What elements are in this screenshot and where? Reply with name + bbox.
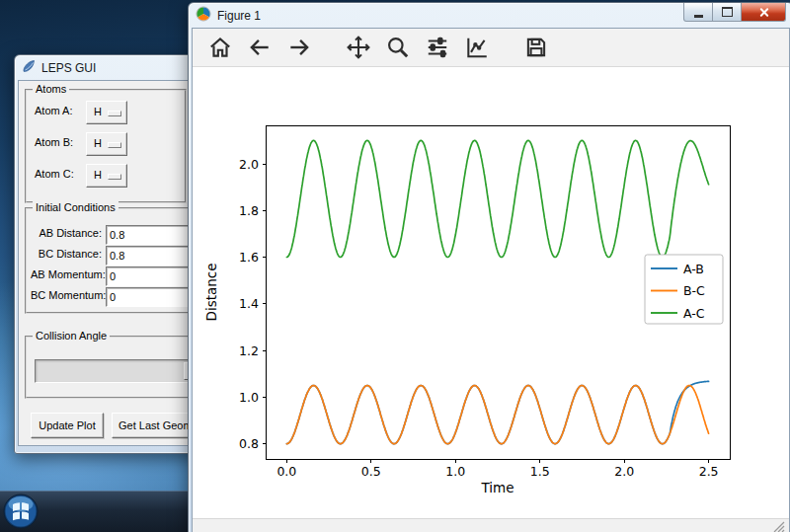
figure-window: Figure 1 (188, 2, 790, 532)
home-icon (207, 35, 233, 60)
menu-indicator-icon (108, 174, 121, 180)
legend-label-A-C: A-C (683, 306, 705, 321)
atom-c-label: Atom C: (35, 168, 74, 180)
desktop: LEPS GUI Atoms Atom A: H Atom B: H Atom … (0, 0, 790, 532)
back-arrow-icon (247, 35, 273, 60)
pan-button[interactable] (339, 32, 378, 63)
bc-distance-label: BC Distance: (31, 248, 102, 260)
zoom-icon (385, 35, 411, 60)
resize-grip-icon[interactable] (772, 520, 786, 532)
start-button[interactable] (2, 493, 40, 532)
forward-button[interactable] (279, 32, 319, 63)
bc-momentum-label: BC Momentum: (31, 289, 102, 301)
x-tick-label: 0.5 (361, 464, 381, 479)
legend-label-A-B: A-B (683, 262, 704, 276)
y-tick-label: 1.6 (239, 250, 259, 265)
y-tick-label: 1.8 (239, 203, 259, 218)
back-button[interactable] (240, 32, 279, 63)
zoom-button[interactable] (378, 32, 418, 63)
y-axis-label: Distance (203, 263, 219, 321)
x-tick-label: 2.0 (614, 464, 634, 479)
ab-momentum-label: AB Momentum: (31, 268, 102, 280)
save-floppy-icon (523, 35, 549, 60)
leps-window-title: LEPS GUI (41, 61, 96, 75)
plot-svg: 0.00.51.01.52.02.50.81.01.21.41.61.82.0T… (193, 67, 784, 518)
atoms-frame: Atoms Atom A: H Atom B: H Atom C: H (25, 89, 187, 203)
close-button[interactable] (741, 3, 786, 22)
windows-start-icon (2, 493, 40, 530)
sliders-icon (425, 35, 450, 60)
atom-c-value: H (94, 169, 102, 181)
tk-feather-icon (22, 59, 36, 76)
collision-angle-label: Collision Angle (33, 330, 110, 342)
y-tick-label: 2.0 (239, 157, 259, 172)
figure-canvas[interactable]: 0.00.51.01.52.02.50.81.01.21.41.61.82.0T… (193, 67, 789, 518)
x-axis-label: Time (480, 480, 514, 495)
edit-parameters-button[interactable] (457, 32, 497, 63)
y-tick-label: 0.8 (239, 436, 259, 451)
line-chart-icon (464, 35, 490, 60)
close-icon (758, 7, 769, 18)
x-tick-label: 1.5 (530, 464, 550, 479)
maximize-icon (722, 7, 733, 17)
menu-indicator-icon (108, 142, 121, 148)
figure-statusbar (193, 518, 789, 532)
initial-conditions-label: Initial Conditions (33, 201, 118, 213)
y-tick-label: 1.2 (239, 343, 259, 358)
plot-line-A-B (286, 381, 708, 443)
home-button[interactable] (200, 32, 240, 63)
figure-titlebar[interactable]: Figure 1 (192, 3, 790, 28)
save-button[interactable] (516, 32, 556, 63)
atom-a-label: Atom A: (35, 105, 73, 116)
atom-c-menubutton[interactable]: H (86, 164, 127, 188)
figure-window-body: 0.00.51.01.52.02.50.81.01.21.41.61.82.0T… (192, 28, 790, 532)
minimize-button[interactable] (683, 3, 713, 22)
legend-label-B-C: B-C (683, 283, 705, 298)
ab-distance-label: AB Distance: (31, 227, 102, 239)
update-plot-button[interactable]: Update Plot (31, 413, 104, 438)
plot-line-A-C (286, 140, 708, 257)
configure-subplots-button[interactable] (418, 32, 457, 63)
pan-icon (346, 35, 371, 60)
x-tick-label: 0.0 (276, 464, 296, 479)
y-tick-label: 1.4 (239, 296, 259, 311)
atom-b-label: Atom B: (35, 136, 73, 148)
plot-line-B-C (286, 386, 708, 444)
atom-b-menubutton[interactable]: H (86, 132, 127, 156)
maximize-button[interactable] (712, 3, 742, 22)
minimize-icon (694, 15, 703, 18)
y-tick-label: 1.0 (239, 390, 259, 405)
menu-indicator-icon (108, 111, 121, 116)
x-tick-label: 2.5 (699, 464, 719, 479)
forward-arrow-icon (286, 35, 312, 60)
matplotlib-icon (196, 6, 211, 25)
atom-b-value: H (94, 137, 102, 149)
atom-a-menubutton[interactable]: H (86, 101, 127, 124)
atoms-frame-label: Atoms (33, 83, 69, 95)
x-tick-label: 1.0 (445, 464, 465, 479)
figure-window-title: Figure 1 (217, 9, 261, 23)
matplotlib-toolbar (193, 29, 789, 67)
atom-a-value: H (94, 106, 102, 117)
